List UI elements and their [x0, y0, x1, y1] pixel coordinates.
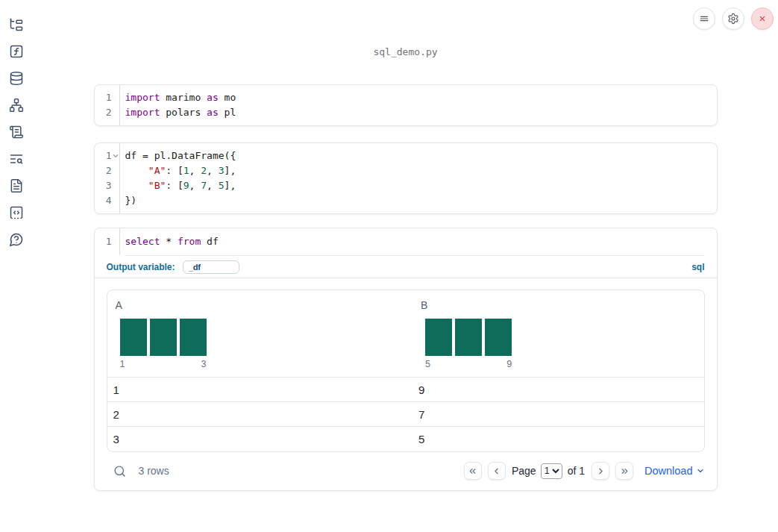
table-row[interactable]: 35: [107, 427, 704, 451]
table-cell: 2: [107, 402, 413, 427]
table-header-row: A13B59: [107, 290, 704, 378]
code-line: 1df = pl.DataFrame({: [95, 148, 717, 163]
table-footer: 3 rows Page 1 of 1 Download: [107, 452, 705, 490]
cell-output-area: A13B59 192735 3 rows Page 1 of 1: [95, 278, 717, 490]
code-text: }): [119, 193, 137, 208]
table-cell: 1: [107, 378, 413, 402]
table-row[interactable]: 19: [107, 378, 704, 402]
histogram-bar: [180, 319, 207, 356]
download-label: Download: [644, 465, 693, 477]
notebook-filename: sql_demo.py: [33, 0, 778, 57]
column-header[interactable]: A13: [107, 290, 413, 378]
shutdown-button[interactable]: [751, 7, 774, 30]
code-text: select * from df: [119, 234, 219, 249]
line-number: 4: [95, 193, 119, 208]
chevron-left-icon: [492, 466, 501, 476]
fold-chevron-icon[interactable]: [112, 152, 119, 160]
output-variable-input[interactable]: [183, 260, 239, 274]
marimo-app: sql_demo.py 1import marimo as mo2import …: [0, 0, 778, 532]
output-variable-label: Output variable:: [107, 262, 175, 272]
download-button[interactable]: Download: [644, 465, 705, 478]
code-line: 3 "B": [9, 7, 5],: [95, 178, 717, 193]
code-editor[interactable]: 1df = pl.DataFrame({2 "A": [1, 2, 3],3 "…: [95, 143, 717, 213]
table-body: 192735: [107, 378, 704, 451]
help-message-icon: [9, 232, 24, 247]
cell-dataframe: 1df = pl.DataFrame({2 "A": [1, 2, 3],3 "…: [94, 143, 718, 214]
pagination: Page 1 of 1 Download: [464, 462, 705, 480]
first-page-button[interactable]: [464, 462, 482, 480]
last-page-button[interactable]: [615, 462, 633, 480]
page-label: Page: [512, 465, 536, 477]
prev-page-button[interactable]: [488, 462, 506, 480]
line-number: 3: [95, 178, 119, 193]
histogram-bar: [120, 319, 147, 356]
line-number: 1: [95, 90, 119, 105]
sql-cell-toolbar: Output variable: sql: [95, 256, 717, 278]
sidebar-logs-button[interactable]: [9, 125, 24, 140]
table-cell: 3: [107, 427, 413, 451]
file-tree-icon: [9, 17, 24, 32]
histogram-bar: [425, 319, 452, 356]
column-header[interactable]: B59: [412, 290, 703, 378]
settings-button[interactable]: [722, 7, 744, 30]
search-icon: [113, 465, 127, 478]
code-line: 2 "A": [1, 2, 3],: [95, 163, 717, 178]
column-histogram: 59: [425, 319, 512, 369]
page-select[interactable]: 1: [541, 463, 562, 479]
code-line: 1select * from df: [95, 234, 717, 249]
code-text: import polars as pl: [119, 105, 236, 120]
line-number: 2: [95, 163, 119, 178]
list-search-icon: [9, 151, 24, 166]
code-square-dashed-icon: [9, 205, 24, 220]
histogram-min-label: 5: [425, 359, 430, 369]
database-icon: [9, 71, 24, 86]
notebook-main: sql_demo.py 1import marimo as mo2import …: [33, 0, 778, 532]
sidebar-outline-search-button[interactable]: [9, 151, 24, 166]
sidebar-file-explorer-button[interactable]: [9, 17, 24, 32]
code-text: df = pl.DataFrame({: [119, 148, 236, 163]
sidebar-dependencies-button[interactable]: [9, 98, 24, 113]
histogram-bar: [455, 319, 482, 356]
menu-button[interactable]: [693, 7, 715, 30]
chevron-down-icon: [696, 465, 705, 478]
line-number: 2: [95, 105, 119, 120]
top-actions: [693, 7, 774, 30]
language-badge[interactable]: sql: [691, 262, 704, 272]
code-text: "B": [9, 7, 5],: [119, 178, 236, 193]
data-table: A13B59 192735: [107, 290, 705, 452]
table-cell: 9: [412, 378, 703, 402]
gear-icon: [727, 13, 739, 25]
sidebar-variables-button[interactable]: [9, 44, 24, 59]
table-row[interactable]: 27: [107, 402, 704, 427]
hamburger-menu-icon: [698, 13, 710, 25]
sidebar: [0, 0, 33, 532]
code-line: 4}): [95, 193, 717, 208]
code-line: 1import marimo as mo: [95, 90, 717, 105]
sidebar-help-button[interactable]: [9, 232, 24, 247]
cell-imports: 1import marimo as mo2import polars as pl: [94, 84, 718, 126]
network-icon: [9, 98, 24, 113]
chevrons-left-icon: [468, 466, 477, 476]
code-text: import marimo as mo: [119, 90, 236, 105]
histogram-max-label: 9: [506, 359, 512, 369]
next-page-button[interactable]: [592, 462, 609, 480]
table-search-button[interactable]: [113, 464, 127, 478]
sidebar-documentation-button[interactable]: [9, 178, 24, 193]
cell-sql: 1select * from df Output variable: sql A…: [94, 228, 718, 491]
page-total-label: of 1: [568, 465, 585, 477]
close-x-icon: [756, 13, 768, 25]
code-text: "A": [1, 2, 3],: [119, 163, 236, 178]
line-number: 1: [95, 234, 119, 249]
function-square-icon: [9, 44, 24, 59]
cells-column: 1import marimo as mo2import polars as pl…: [94, 84, 718, 491]
column-name: A: [116, 299, 407, 311]
column-name: B: [421, 299, 697, 311]
file-text-icon: [9, 178, 24, 193]
histogram-bar: [150, 319, 177, 356]
table-cell: 5: [412, 427, 703, 451]
code-editor[interactable]: 1import marimo as mo2import polars as pl: [95, 85, 717, 125]
row-count: 3 rows: [139, 465, 169, 477]
sql-code-editor[interactable]: 1select * from df: [95, 228, 717, 255]
sidebar-scratchpad-button[interactable]: [9, 205, 24, 220]
sidebar-datasources-button[interactable]: [9, 71, 24, 86]
